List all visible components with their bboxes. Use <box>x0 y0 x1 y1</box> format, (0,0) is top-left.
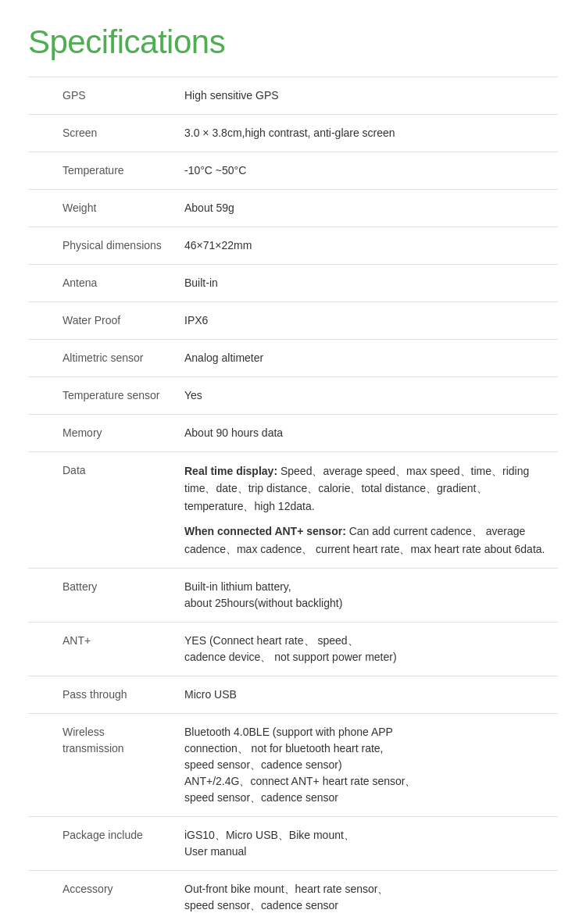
spec-label: GPS <box>28 77 184 115</box>
spec-value: YES (Connect heart rate、 speed、cadence d… <box>184 622 558 676</box>
spec-label: Pass through <box>28 676 184 713</box>
spec-value: IPX6 <box>184 302 558 340</box>
spec-value: Micro USB <box>184 676 558 713</box>
table-row: WeightAbout 59g <box>28 190 558 227</box>
table-row: GPSHigh sensitive GPS <box>28 77 558 115</box>
table-row: Temperature sensorYes <box>28 377 558 415</box>
spec-value: Analog altimeter <box>184 340 558 377</box>
spec-value: About 59g <box>184 190 558 227</box>
spec-value: Bluetooth 4.0BLE (support with phone APP… <box>184 713 558 816</box>
spec-label: ANT+ <box>28 622 184 676</box>
table-row: MemoryAbout 90 hours data <box>28 415 558 452</box>
spec-value: 46×71×22mm <box>184 227 558 265</box>
spec-value: Out-front bike mount、heart rate sensor、s… <box>184 870 558 924</box>
spec-value: Built-in lithium battery,about 25hours(w… <box>184 568 558 622</box>
spec-value: High sensitive GPS <box>184 77 558 115</box>
spec-value: iGS10、Micro USB、Bike mount、User manual <box>184 816 558 870</box>
spec-label: Altimetric sensor <box>28 340 184 377</box>
page-title: Specifications <box>28 23 558 61</box>
table-row: ANT+YES (Connect heart rate、 speed、caden… <box>28 622 558 676</box>
table-row: Altimetric sensorAnalog altimeter <box>28 340 558 377</box>
spec-value: -10°C ~50°C <box>184 152 558 190</box>
table-row: Wireless transmissionBluetooth 4.0BLE (s… <box>28 713 558 816</box>
spec-label: Temperature <box>28 152 184 190</box>
spec-label: Temperature sensor <box>28 377 184 415</box>
spec-label: Wireless transmission <box>28 713 184 816</box>
table-row: Temperature-10°C ~50°C <box>28 152 558 190</box>
table-row: Pass throughMicro USB <box>28 676 558 713</box>
specs-table: GPSHigh sensitive GPSScreen3.0 × 3.8cm,h… <box>28 77 558 924</box>
spec-label: Screen <box>28 115 184 152</box>
table-row: Screen3.0 × 3.8cm,high contrast, anti-gl… <box>28 115 558 152</box>
spec-label: Antena <box>28 265 184 302</box>
table-row: BatteryBuilt-in lithium battery,about 25… <box>28 568 558 622</box>
spec-label: Accessory <box>28 870 184 924</box>
spec-value: Built-in <box>184 265 558 302</box>
table-row: Package includeiGS10、Micro USB、Bike moun… <box>28 816 558 870</box>
table-row: Physical dimensions46×71×22mm <box>28 227 558 265</box>
table-row: AccessoryOut-front bike mount、heart rate… <box>28 870 558 924</box>
table-row: DataReal time display: Speed、average spe… <box>28 452 558 569</box>
spec-label: Battery <box>28 568 184 622</box>
spec-label: Weight <box>28 190 184 227</box>
spec-value: Yes <box>184 377 558 415</box>
spec-value: Real time display: Speed、average speed、m… <box>184 452 558 569</box>
spec-value: About 90 hours data <box>184 415 558 452</box>
spec-label: Data <box>28 452 184 569</box>
spec-label: Physical dimensions <box>28 227 184 265</box>
page-container: Specifications GPSHigh sensitive GPSScre… <box>0 0 586 924</box>
table-row: AntenaBuilt-in <box>28 265 558 302</box>
table-row: Water ProofIPX6 <box>28 302 558 340</box>
spec-value: 3.0 × 3.8cm,high contrast, anti-glare sc… <box>184 115 558 152</box>
spec-label: Package include <box>28 816 184 870</box>
spec-label: Memory <box>28 415 184 452</box>
spec-label: Water Proof <box>28 302 184 340</box>
